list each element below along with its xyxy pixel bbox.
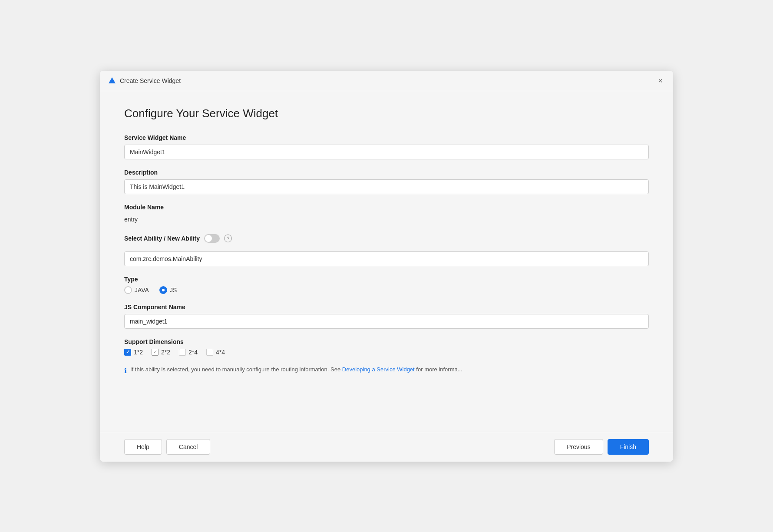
app-logo-icon bbox=[108, 76, 116, 85]
type-radio-row: JAVA JS bbox=[124, 286, 649, 294]
ability-input[interactable] bbox=[124, 251, 649, 266]
radio-java-circle bbox=[124, 286, 132, 294]
radio-java[interactable]: JAVA bbox=[124, 286, 149, 294]
module-name-value: entry bbox=[124, 214, 649, 225]
checkbox-2x4[interactable]: 2*4 bbox=[179, 349, 198, 356]
create-service-widget-dialog: Create Service Widget × Configure Your S… bbox=[100, 71, 673, 462]
js-component-label: JS Component Name bbox=[124, 304, 649, 311]
js-component-group: JS Component Name bbox=[124, 304, 649, 329]
titlebar: Create Service Widget × bbox=[100, 71, 673, 91]
select-ability-label: Select Ability / New Ability bbox=[124, 235, 200, 242]
type-group: Type JAVA JS bbox=[124, 276, 649, 294]
checkbox-2x2[interactable]: 2*2 bbox=[152, 349, 170, 356]
ability-help-icon[interactable]: ? bbox=[224, 235, 232, 242]
info-link[interactable]: Developing a Service Widget bbox=[342, 366, 415, 373]
footer-left: Help Cancel bbox=[124, 439, 210, 455]
select-ability-row: Select Ability / New Ability ? bbox=[124, 234, 649, 243]
radio-java-label: JAVA bbox=[135, 287, 149, 294]
widget-name-group: Service Widget Name bbox=[124, 134, 649, 159]
dialog-title: Create Service Widget bbox=[120, 77, 181, 84]
dialog-footer: Help Cancel Previous Finish bbox=[100, 432, 673, 462]
checkbox-2x2-label: 2*2 bbox=[161, 349, 170, 356]
widget-name-input[interactable] bbox=[124, 145, 649, 159]
info-text: If this ability is selected, you need to… bbox=[130, 365, 462, 374]
titlebar-left: Create Service Widget bbox=[108, 76, 181, 85]
js-component-input[interactable] bbox=[124, 314, 649, 329]
description-label: Description bbox=[124, 169, 649, 176]
widget-name-label: Service Widget Name bbox=[124, 134, 649, 141]
radio-js-label: JS bbox=[170, 287, 177, 294]
type-label: Type bbox=[124, 276, 649, 283]
help-button[interactable]: Help bbox=[124, 439, 162, 455]
checkbox-1x2-box bbox=[124, 349, 131, 356]
finish-button[interactable]: Finish bbox=[608, 439, 649, 455]
cancel-button[interactable]: Cancel bbox=[166, 439, 211, 455]
description-group: Description bbox=[124, 169, 649, 194]
dimensions-row: 1*2 2*2 2*4 4*4 bbox=[124, 349, 649, 356]
page-heading: Configure Your Service Widget bbox=[124, 107, 649, 120]
info-text-after: for more informa... bbox=[416, 366, 462, 373]
footer-right: Previous Finish bbox=[554, 439, 649, 455]
checkbox-2x4-label: 2*4 bbox=[188, 349, 198, 356]
info-banner: ℹ If this ability is selected, you need … bbox=[124, 365, 649, 376]
previous-button[interactable]: Previous bbox=[554, 439, 603, 455]
checkbox-4x4-box bbox=[206, 349, 213, 356]
select-ability-group: Select Ability / New Ability ? bbox=[124, 234, 649, 266]
radio-js[interactable]: JS bbox=[159, 286, 177, 294]
ability-toggle[interactable] bbox=[204, 234, 220, 243]
checkbox-4x4[interactable]: 4*4 bbox=[206, 349, 225, 356]
checkbox-4x4-label: 4*4 bbox=[216, 349, 225, 356]
module-name-group: Module Name entry bbox=[124, 204, 649, 225]
info-icon: ℹ bbox=[124, 366, 127, 376]
module-name-label: Module Name bbox=[124, 204, 649, 211]
support-dimensions-label: Support Dimensions bbox=[124, 338, 649, 345]
radio-js-circle bbox=[159, 286, 167, 294]
support-dimensions-group: Support Dimensions 1*2 2*2 2*4 4*4 bbox=[124, 338, 649, 356]
svg-marker-0 bbox=[109, 77, 116, 83]
checkbox-2x4-box bbox=[179, 349, 186, 356]
checkbox-2x2-box bbox=[152, 349, 159, 356]
checkbox-1x2-label: 1*2 bbox=[134, 349, 143, 356]
info-text-before: If this ability is selected, you need to… bbox=[130, 366, 340, 373]
checkbox-1x2[interactable]: 1*2 bbox=[124, 349, 143, 356]
dialog-content: Configure Your Service Widget Service Wi… bbox=[100, 91, 673, 432]
close-button[interactable]: × bbox=[655, 76, 665, 86]
description-input[interactable] bbox=[124, 179, 649, 194]
